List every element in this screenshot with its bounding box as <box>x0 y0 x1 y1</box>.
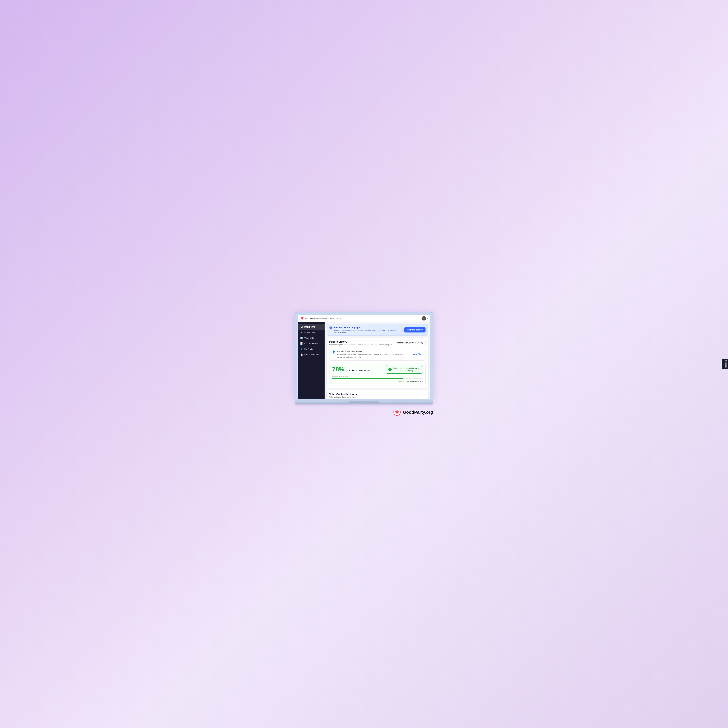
phase-info: Current Phase: Awareness During this vot… <box>337 350 408 358</box>
phase-icon: 👤 <box>332 350 335 353</box>
upgrade-title: Level Up Your Campaign <box>334 326 404 329</box>
progress-bar-fill <box>332 378 403 379</box>
top-bar-logo: empowering independents to run and serve… <box>300 317 342 320</box>
laptop-base <box>295 399 433 403</box>
upgrade-today-button[interactable]: Upgrade Today › <box>404 327 425 332</box>
voters-section: 78% of voters contacted ✓ Contact more v… <box>332 365 423 374</box>
voter-contact-card: Voter Contact Methods Take action on the… <box>327 390 428 399</box>
top-bar-tagline: empowering independents to run and serve… <box>305 317 342 319</box>
upgrade-banner: i Level Up Your Campaign Access campaign… <box>327 324 428 335</box>
progress-section: 78% of voters contacted ✓ Contact more v… <box>329 362 426 385</box>
laptop-frame: empowering independents to run and serve… <box>295 312 433 404</box>
section-header: Path to Victory Understand your campaign… <box>329 340 426 346</box>
voters-count-group: 78% of voters contacted <box>332 366 370 373</box>
phase-left: 👤 Current Phase: Awareness During this v… <box>332 350 408 358</box>
voters-percentage: 78% <box>332 366 344 373</box>
contact-methods-subtitle: Take action on these top tactics: <box>329 396 426 398</box>
branding-bottom: GoodParty.org <box>295 408 433 416</box>
phase-description: During this voter contact phase your mai… <box>337 353 408 358</box>
svg-point-1 <box>424 318 425 318</box>
phase-name: Awareness <box>351 350 362 353</box>
chevron-down-icon[interactable]: ▾ <box>427 318 428 319</box>
logo-icon <box>300 317 304 320</box>
sidebar-item-label: Dashboard <box>304 326 315 328</box>
tip-box: ✓ Contact more voters to increase your c… <box>386 365 423 374</box>
content-area[interactable]: i Level Up Your Campaign Access campaign… <box>324 322 430 399</box>
progress-label-row: Current: 628 voters <box>332 375 423 377</box>
voter-data-icon: 📊 <box>300 337 303 339</box>
page-wrapper: empowering independents to run and serve… <box>7 312 721 416</box>
current-value: 628 voters <box>340 375 348 377</box>
sidebar-item-free-resources[interactable]: 📋 Free Resources <box>298 352 324 358</box>
current-label: Current: 628 voters <box>332 375 348 377</box>
path-to-victory-card: Path to Victory Understand your campaign… <box>327 338 428 388</box>
laptop-screen-bezel: empowering independents to run and serve… <box>295 312 433 399</box>
tip-text: Contact more voters to increase your cha… <box>393 367 420 372</box>
profile-icon: 👤 <box>300 348 303 350</box>
section-subtitle: Understand your campaign phase, tactics,… <box>329 344 393 346</box>
phase-label-text: Current Phase: <box>337 350 351 353</box>
progress-bar-track <box>332 378 423 379</box>
upgrade-desc: Access campaign essentials like text ban… <box>334 329 404 333</box>
progress-needed: Needed: 795 voter contacts ℹ <box>332 380 423 383</box>
sidebar-item-ai-assistant[interactable]: ✦ AI Assistant <box>298 330 324 335</box>
needed-value: 795 voter contacts <box>406 381 421 382</box>
sidebar-item-label: Voter Data <box>304 337 314 339</box>
sidebar-item-label: My Profile <box>304 348 313 350</box>
phase-label: Current Phase: Awareness <box>337 350 408 353</box>
brand-name: GoodParty.org <box>403 410 433 415</box>
tip-check-icon: ✓ <box>388 368 392 371</box>
info-icon: i <box>329 326 332 329</box>
section-title-group: Path to Victory Understand your campaign… <box>329 340 393 346</box>
sidebar-item-voter-data[interactable]: 📊 Voter Data <box>298 335 324 341</box>
sidebar-item-dashboard[interactable]: ⊞ Dashboard <box>298 324 324 330</box>
upgrade-banner-left: i Level Up Your Campaign Access campaign… <box>329 326 404 333</box>
main-layout: ⊞ Dashboard ✦ AI Assistant 📊 Voter Data <box>298 322 430 399</box>
understanding-path-button[interactable]: Understanding Path to Victory <box>394 340 426 345</box>
top-bar-right[interactable]: ▾ <box>422 316 428 321</box>
top-bar: empowering independents to run and serve… <box>298 315 430 322</box>
dashboard-icon: ⊞ <box>300 326 303 328</box>
sidebar-item-label: Content Builder <box>304 343 318 345</box>
section-title: Path to Victory <box>329 340 393 343</box>
sidebar: ⊞ Dashboard ✦ AI Assistant 📊 Voter Data <box>298 322 324 399</box>
contact-methods-title: Voter Contact Methods <box>329 393 426 396</box>
needed-label: Needed: <box>399 381 405 382</box>
sidebar-item-label: Free Resources <box>304 353 319 356</box>
sidebar-item-label: AI Assistant <box>304 331 315 334</box>
laptop-stand <box>295 403 433 404</box>
sidebar-item-content-builder[interactable]: 📝 Content Builder <box>298 341 324 346</box>
user-avatar[interactable] <box>422 316 426 321</box>
voters-label: of voters contacted <box>346 369 371 372</box>
info-circle-icon: ℹ <box>422 380 423 383</box>
sidebar-item-my-profile[interactable]: 👤 My Profile <box>298 346 324 352</box>
laptop-screen: empowering independents to run and serve… <box>298 315 430 399</box>
phase-box: 👤 Current Phase: Awareness During this v… <box>329 348 426 361</box>
upgrade-banner-text: Level Up Your Campaign Access campaign e… <box>334 326 404 333</box>
learn-more-link[interactable]: Learn More <box>412 353 423 355</box>
content-icon: 📝 <box>300 342 303 345</box>
resources-icon: 📋 <box>300 353 303 356</box>
current-label-text: Current: <box>332 375 339 377</box>
goodparty-logo <box>393 408 401 416</box>
ai-icon: ✦ <box>300 331 303 334</box>
